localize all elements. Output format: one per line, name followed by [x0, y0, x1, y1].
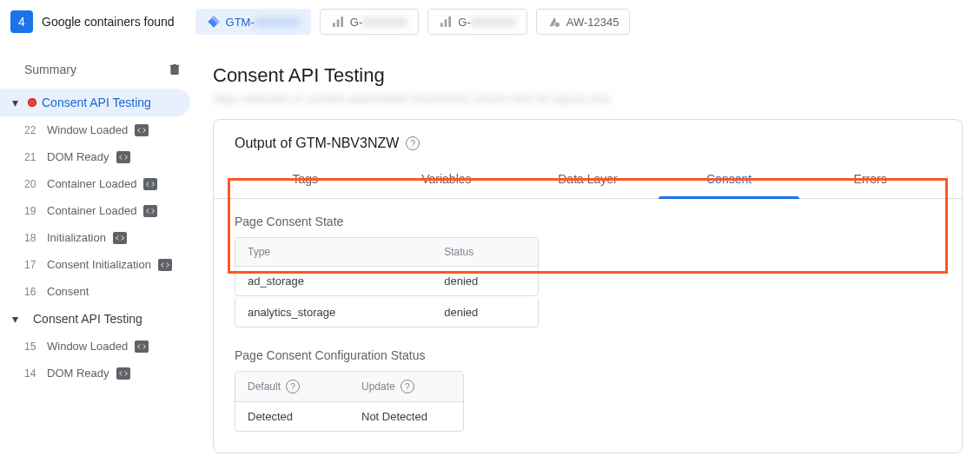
code-badge-icon — [143, 205, 157, 217]
table-header-row: Default ? Update ? — [235, 372, 463, 402]
svg-rect-4 — [445, 19, 447, 27]
event-index: 20 — [24, 178, 40, 190]
tab-data-layer[interactable]: Data Layer — [517, 160, 659, 198]
output-card: Output of GTM-NBV3NZW ? TagsVariablesDat… — [213, 119, 963, 453]
event-label: Container Loaded — [47, 177, 136, 190]
topbar: 4 Google containers found GTM-XXXXXXG-XX… — [0, 0, 980, 43]
event-label: Consent — [47, 285, 89, 298]
topbar-label: Google containers found — [42, 15, 175, 29]
event-group-header[interactable]: ▾Consent API Testing — [0, 305, 195, 333]
svg-rect-0 — [333, 23, 335, 27]
chip-label: AW-12345 — [566, 16, 619, 29]
table-header-row: Type Status — [235, 238, 538, 267]
tabs: TagsVariablesData LayerConsentErrors — [214, 160, 962, 199]
code-badge-icon — [116, 151, 130, 163]
event-index: 16 — [24, 286, 40, 298]
sidebar-summary-header[interactable]: Summary — [0, 56, 195, 89]
tab-errors[interactable]: Errors — [799, 160, 941, 198]
card-header: Output of GTM-NBV3NZW ? — [214, 120, 962, 160]
event-item[interactable]: 15Window Loaded — [0, 333, 190, 360]
cell-type: analytics_storage — [235, 298, 432, 327]
col-update: Update ? — [349, 372, 463, 401]
clear-icon[interactable] — [168, 63, 182, 76]
caret-down-icon: ▾ — [12, 96, 23, 109]
ga-icon — [331, 15, 345, 29]
container-chip[interactable]: AW-12345 — [536, 9, 631, 35]
event-item[interactable]: 17Consent Initialization — [0, 251, 190, 278]
consent-state-section: Page Consent State Type Status ad_storag… — [214, 199, 962, 333]
config-status-section: Page Consent Configuration Status Defaul… — [214, 333, 962, 453]
event-item[interactable]: 21DOM Ready — [0, 143, 190, 170]
svg-point-6 — [554, 23, 559, 27]
consent-state-table: Type Status ad_storage denied — [235, 237, 539, 296]
event-item[interactable]: 18Initialization — [0, 224, 190, 251]
event-label: Consent Initialization — [47, 258, 151, 271]
cell-status: denied — [432, 267, 538, 295]
config-status-title: Page Consent Configuration Status — [235, 348, 941, 362]
event-item[interactable]: 14DOM Ready — [0, 360, 190, 387]
code-badge-icon — [116, 367, 130, 380]
help-icon[interactable]: ? — [401, 380, 414, 393]
code-badge-icon — [113, 232, 127, 244]
table-row: ad_storage denied — [235, 267, 538, 295]
svg-rect-1 — [336, 19, 339, 27]
ads-icon — [547, 15, 561, 29]
code-badge-icon — [135, 124, 149, 136]
summary-label: Summary — [24, 63, 76, 76]
container-count-badge: 4 — [10, 10, 33, 33]
code-badge-icon — [158, 259, 172, 271]
event-item[interactable]: 19Container Loaded — [0, 197, 190, 224]
event-item[interactable]: 20Container Loaded — [0, 170, 190, 197]
code-badge-icon — [143, 178, 157, 190]
container-chip[interactable]: G-XXXXXX — [427, 9, 526, 35]
caret-down-icon: ▾ — [12, 312, 23, 326]
event-label: Window Loaded — [47, 340, 128, 353]
event-index: 14 — [24, 367, 40, 380]
help-icon[interactable]: ? — [286, 380, 300, 393]
event-index: 15 — [24, 340, 40, 353]
main-content: Consent API Testing https redacted url c… — [195, 43, 980, 476]
chip-label: G-XXXXXX — [350, 16, 407, 29]
tab-consent[interactable]: Consent — [659, 160, 800, 198]
cell-default: Detected — [235, 402, 349, 431]
event-label: Container Loaded — [47, 204, 136, 217]
svg-rect-3 — [440, 23, 443, 27]
col-type: Type — [235, 238, 432, 266]
gtm-icon — [207, 15, 221, 29]
chip-label: G-XXXXXX — [458, 16, 515, 29]
svg-rect-5 — [449, 17, 452, 27]
page-url: https redacted url content placeholder b… — [213, 92, 963, 105]
event-label: Initialization — [47, 231, 106, 244]
group-label: Consent API Testing — [33, 312, 142, 326]
tab-variables[interactable]: Variables — [376, 160, 518, 198]
cell-type: ad_storage — [235, 267, 432, 295]
container-chip[interactable]: GTM-XXXXXX — [195, 9, 311, 35]
event-label: Window Loaded — [47, 123, 128, 136]
group-label: Consent API Testing — [42, 96, 151, 109]
event-index: 19 — [24, 205, 40, 217]
status-dot-icon — [28, 98, 36, 107]
event-index: 22 — [24, 124, 40, 136]
ga-icon — [439, 15, 453, 29]
event-index: 21 — [24, 151, 40, 163]
config-status-table: Default ? Update ? Detected Not Detected — [235, 371, 464, 432]
col-status: Status — [432, 238, 538, 266]
table-row: Detected Not Detected — [235, 402, 463, 431]
tab-tags[interactable]: Tags — [235, 160, 376, 198]
table-row: analytics_storage denied — [235, 298, 538, 327]
help-icon[interactable]: ? — [406, 136, 420, 150]
container-chip[interactable]: G-XXXXXX — [320, 9, 419, 35]
sidebar: Summary ▾Consent API Testing22Window Loa… — [0, 43, 195, 476]
cell-status: denied — [432, 298, 538, 327]
container-chips: GTM-XXXXXXG-XXXXXXG-XXXXXXAW-12345 — [195, 9, 631, 35]
card-title: Output of GTM-NBV3NZW — [235, 136, 399, 151]
event-label: DOM Ready — [47, 150, 109, 163]
page-title: Consent API Testing — [213, 64, 963, 87]
col-default: Default ? — [235, 372, 349, 401]
event-group-header[interactable]: ▾Consent API Testing — [0, 89, 190, 116]
event-item[interactable]: 22Window Loaded — [0, 116, 190, 143]
event-item[interactable]: 16Consent — [0, 278, 190, 305]
chip-label: GTM-XXXXXX — [226, 16, 300, 29]
cell-update: Not Detected — [349, 402, 463, 431]
consent-state-table-extra: analytics_storage denied — [235, 298, 539, 327]
